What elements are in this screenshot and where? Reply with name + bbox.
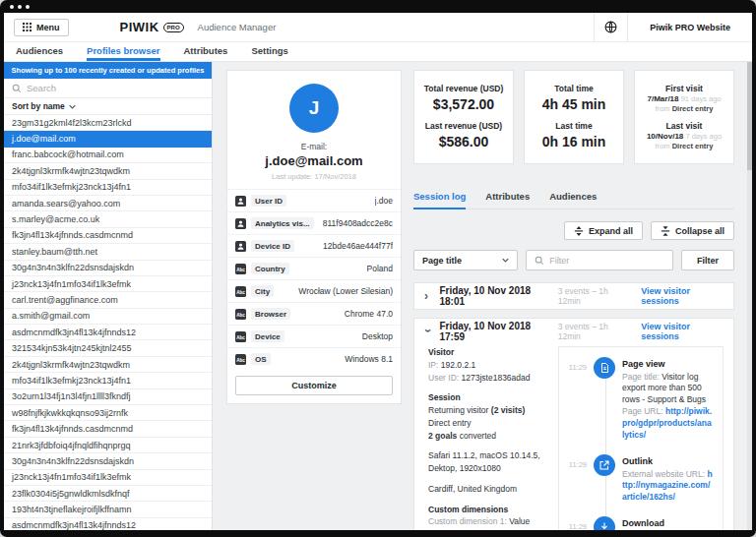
window-control-dot[interactable] bbox=[18, 5, 22, 9]
last-time-value: 0h 16 min bbox=[525, 134, 623, 149]
download-icon bbox=[594, 516, 615, 530]
vertical-scrollbar[interactable] bbox=[747, 62, 752, 530]
session-header[interactable]: › Friday, 10 Nov 2018 18:01 3 events – 1… bbox=[414, 283, 733, 309]
profile-list-item[interactable]: fk3jn4fl13k4jfnnds.casdmcnmd bbox=[4, 228, 212, 244]
email-label: E-mail: bbox=[235, 142, 393, 151]
profile-list-item[interactable]: asdmcnmdfk3jn4fl13k4jfnnds12 bbox=[4, 325, 212, 340]
tab-session-attributes[interactable]: Attributes bbox=[485, 191, 530, 209]
svg-text:Abc: Abc bbox=[236, 267, 245, 271]
attribute-label: Country bbox=[251, 263, 289, 274]
time-card: Total time 4h 45 min Last time 0h 16 min bbox=[524, 70, 624, 164]
expand-all-button[interactable]: Expand all bbox=[564, 221, 643, 240]
revenue-card: Total revenue (USD) $3,572.00 Last reven… bbox=[413, 70, 514, 164]
last-revenue-value: $586.00 bbox=[414, 134, 513, 149]
profile-list-item[interactable]: mfo34if1lk3efmkj23nck13j4fn1 bbox=[4, 180, 212, 196]
session-header[interactable]: › Friday, 10 Nov 2018 17:59 3 events – 1… bbox=[414, 319, 733, 344]
profile-list-item[interactable]: 3o2urn1l34fj1n3l4fjn1llll3fkndfj bbox=[4, 389, 212, 405]
profile-list-item[interactable]: franc.babcock@hotmail.com bbox=[4, 148, 212, 163]
profile-list-item[interactable]: 2k4tjgnl3krmfk4wjtn23tqwdkm bbox=[4, 163, 212, 179]
text-attribute-icon: Abc bbox=[235, 331, 246, 342]
piwik-pro-website-button[interactable]: Piwik PRO Website bbox=[627, 13, 752, 41]
id-attribute-icon bbox=[235, 196, 246, 207]
chevron-down-icon[interactable]: › bbox=[422, 328, 434, 335]
session-summary: 3 events – 1h 12min bbox=[558, 322, 628, 341]
tab-profiles-browser[interactable]: Profiles browser bbox=[87, 42, 159, 61]
profile-list-item[interactable]: j23nck13j4fn1mfo34if1lk3efmk bbox=[4, 470, 212, 486]
event-time: 11:29 bbox=[565, 454, 587, 504]
profile-list-item[interactable]: j.doe@mail.com bbox=[4, 131, 212, 147]
chevron-right-icon[interactable]: › bbox=[424, 290, 431, 302]
profile-list-item[interactable]: 193ht4n3tjneflakejroifjlkffnamn bbox=[4, 502, 212, 517]
profile-list-item[interactable]: s.marley@acme.co.uk bbox=[4, 211, 212, 227]
attribute-row: Device ID12bde46ae444f77f bbox=[227, 234, 401, 257]
main-nav: Audiences Profiles browser Attributes Se… bbox=[4, 42, 752, 62]
attribute-row: AbcOSWindows 8.1 bbox=[227, 347, 401, 370]
window-control-dot[interactable] bbox=[26, 5, 30, 9]
attribute-label: Device bbox=[251, 330, 284, 342]
session-actions: Expand all Collapse all bbox=[413, 221, 734, 240]
app-header: Menu PIWIK PRO Audience Manager Piw bbox=[4, 13, 752, 42]
svg-text:Abc: Abc bbox=[236, 312, 245, 317]
profile-list-item[interactable]: 321534kjn53k4jtn245kjtnl2455 bbox=[4, 340, 212, 356]
attribute-value: j.doe bbox=[375, 196, 393, 206]
profile-list-item[interactable]: 21nrk3jfdbfoiq4jfnqldfihqnprgq bbox=[4, 438, 212, 453]
customize-button[interactable]: Customize bbox=[235, 376, 393, 395]
profile-list-item[interactable]: fk3jn4fl13k4jfnnds.casdmcnmd bbox=[4, 421, 212, 437]
scrollbar-thumb[interactable] bbox=[747, 62, 752, 170]
text-attribute-icon: Abc bbox=[235, 354, 246, 365]
last-update: Last update: 17/Nov/2018 bbox=[235, 172, 393, 181]
tab-settings[interactable]: Settings bbox=[251, 42, 287, 61]
profile-list-item[interactable]: 2k4tjgnl3krmfk4wjtn23tqwdkm bbox=[4, 357, 212, 373]
globe-button[interactable] bbox=[594, 13, 627, 41]
attribute-label: City bbox=[251, 285, 274, 297]
profile-list-item[interactable]: 23flk0304i5j5gnwldkmlsdkfnqf bbox=[4, 486, 212, 502]
profile-list-item[interactable]: w98fnjfkjkwkkqkqnso93ij2rnfk bbox=[4, 405, 212, 421]
profile-list-item[interactable]: asdmcnmdfk3jn4fl13k4jfnnds12 bbox=[4, 518, 212, 530]
session-date: Friday, 10 Nov 2018 18:01 bbox=[439, 285, 549, 307]
svg-text:Abc: Abc bbox=[236, 289, 245, 294]
filter-row: Page title bbox=[413, 250, 734, 270]
profile-list-item[interactable]: stanley.baum@tth.net bbox=[4, 244, 212, 260]
event-title: Page view bbox=[622, 358, 713, 371]
sort-by-name-dropdown[interactable]: Sort by name bbox=[4, 98, 212, 115]
tab-audiences[interactable]: Audiences bbox=[16, 42, 63, 61]
page-title-select[interactable]: Page title bbox=[413, 250, 518, 270]
tab-session-audiences[interactable]: Audiences bbox=[549, 191, 597, 209]
window-control-dot[interactable] bbox=[10, 5, 14, 9]
profile-list-item[interactable]: 23gm31g2kml4f2l3kcm23rlckd bbox=[4, 115, 212, 131]
chevron-down-icon bbox=[69, 104, 76, 109]
view-visitor-sessions-link[interactable]: View visitor sessions bbox=[641, 322, 724, 341]
profiles-banner: Showing up to 100 recently created or up… bbox=[4, 62, 212, 79]
session-tabs: Session log Attributes Audiences bbox=[413, 191, 734, 209]
filter-input[interactable] bbox=[549, 256, 664, 266]
profile-list-item[interactable]: j23nck13j4fn1mfo34if1lk3efmk bbox=[4, 276, 212, 292]
app: Menu PIWIK PRO Audience Manager Piw bbox=[4, 13, 752, 530]
attribute-list: User IDj.doeAnalytics vis...811f9408adcc… bbox=[227, 189, 401, 370]
tab-attributes[interactable]: Attributes bbox=[184, 42, 228, 61]
menu-button[interactable]: Menu bbox=[14, 19, 69, 36]
profile-list-item[interactable]: 30g4n3n4n3klfn22dsnsdajskdn bbox=[4, 453, 212, 469]
profiles-sidebar: Showing up to 100 recently created or up… bbox=[4, 62, 213, 530]
profile-email: j.doe@mail.com bbox=[235, 153, 393, 168]
profile-list-item[interactable]: a.smith@gmail.com bbox=[4, 309, 212, 325]
header-right: Piwik PRO Website bbox=[594, 13, 752, 41]
event-detail-line: External website URL: http://nymagazine.… bbox=[622, 469, 713, 505]
view-visitor-sessions-link[interactable]: View visitor sessions bbox=[641, 286, 724, 306]
profile-list: 23gm31g2kml4f2l3kcm23rlckdj.doe@mail.com… bbox=[4, 115, 212, 530]
brand-pro-badge: PRO bbox=[163, 23, 184, 32]
text-attribute-icon: Abc bbox=[235, 309, 246, 320]
profile-list-item[interactable]: 30g4n3n4n3klfn22dsnsdajskdn bbox=[4, 261, 212, 276]
profile-list-item[interactable]: mfo34if1lk3efmkj23nck13j4fn1 bbox=[4, 373, 212, 388]
session-event: 11:29OutlinkExternal website URL: http:/… bbox=[565, 454, 713, 504]
total-time-value: 4h 45 min bbox=[525, 96, 623, 112]
attribute-label: Browser bbox=[251, 308, 290, 320]
tab-session-log[interactable]: Session log bbox=[413, 191, 466, 209]
collapse-all-button[interactable]: Collapse all bbox=[651, 221, 734, 240]
text-attribute-icon: Abc bbox=[235, 264, 246, 274]
search-input[interactable] bbox=[27, 83, 204, 93]
filter-button[interactable]: Filter bbox=[681, 250, 734, 270]
profile-search bbox=[4, 79, 212, 98]
profile-list-item[interactable]: amanda.sears@yahoo.com bbox=[4, 196, 212, 211]
attribute-row: AbcCityWrocław (Lower Silesian) bbox=[227, 279, 401, 302]
profile-list-item[interactable]: carl.trent@aggfinance.com bbox=[4, 292, 212, 308]
